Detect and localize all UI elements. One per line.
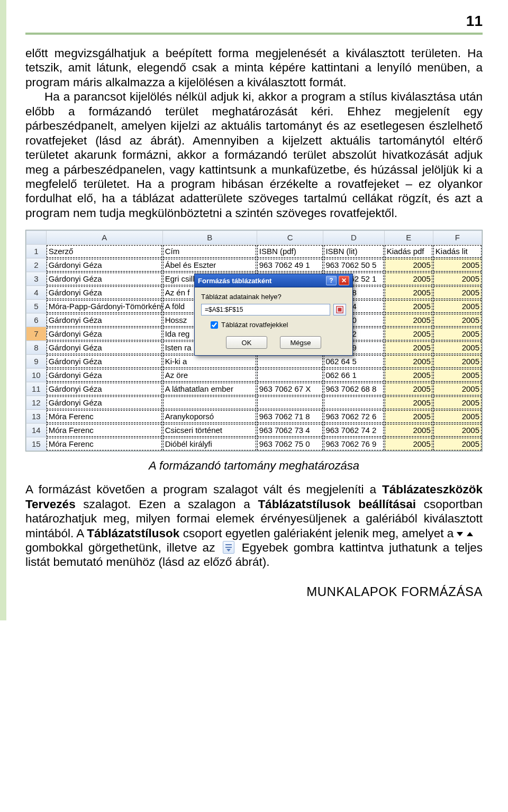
cell[interactable]: 2005 [384,368,433,382]
cell[interactable]: 2005 [433,382,482,396]
cell[interactable]: Gárdonyi Géza [46,355,162,368]
cell[interactable]: 062 66 1 [323,368,384,382]
cell[interactable]: 2005 [384,355,433,368]
cell[interactable]: 2005 [433,341,482,355]
cell[interactable]: Gárdonyi Géza [46,341,162,355]
cell[interactable]: 2005 [433,300,482,313]
cell[interactable] [257,355,323,368]
cell[interactable]: 2005 [433,313,482,327]
row-head[interactable]: 9 [26,355,47,368]
cell[interactable]: 2005 [384,327,433,341]
cell[interactable]: 2005 [384,396,433,410]
cell[interactable]: 2005 [433,368,482,382]
cell[interactable]: Szerző [46,245,162,258]
headers-checkbox-row[interactable]: Táblázat rovatfejekkel [211,321,346,329]
cell[interactable]: 2005 [433,410,482,423]
cell[interactable]: 963 7062 73 4 [257,423,323,437]
cell[interactable]: 963 7062 50 5 [323,258,384,272]
range-picker-icon[interactable] [333,304,346,315]
help-icon[interactable]: ? [326,276,337,285]
cell[interactable]: 2005 [433,437,482,451]
ok-button[interactable]: OK [226,336,267,349]
row-head[interactable]: 5 [26,300,47,313]
cell[interactable]: 2005 [433,327,482,341]
row-head[interactable]: 2 [26,258,47,272]
dialog-titlebar[interactable]: Formázás táblázatként ? ✕ [194,274,353,287]
cell[interactable]: 2005 [384,300,433,313]
cell[interactable]: Dióbél királyfi [162,437,257,451]
cell[interactable]: 2005 [433,272,482,286]
cell[interactable]: Móra Ferenc [46,423,162,437]
cell[interactable] [162,396,257,410]
row-head[interactable]: 6 [26,313,47,327]
cell[interactable]: 963 7062 68 8 [323,382,384,396]
cell[interactable]: 2005 [384,258,433,272]
cell[interactable]: 2005 [433,286,482,300]
cell[interactable]: A láthatatlan ember [162,382,257,396]
row-head[interactable]: 14 [26,423,47,437]
cell[interactable]: 2005 [433,423,482,437]
cell[interactable]: 2005 [384,286,433,300]
row-1[interactable]: 1 [26,245,47,258]
cell[interactable]: 963 7062 74 2 [323,423,384,437]
row-head[interactable]: 13 [26,410,47,423]
col-E[interactable]: E [384,231,433,245]
cell[interactable]: Ábel és Eszter [162,258,257,272]
col-A[interactable]: A [46,231,162,245]
cell[interactable]: Gárdonyi Géza [46,368,162,382]
cell[interactable]: 2005 [384,423,433,437]
col-C[interactable]: C [257,231,323,245]
cell[interactable]: 963 7062 72 6 [323,410,384,423]
cell[interactable]: 2005 [384,410,433,423]
cell[interactable] [257,368,323,382]
cell[interactable]: 2005 [433,258,482,272]
row-head[interactable]: 10 [26,368,47,382]
cell[interactable]: Kiadás lit [433,245,482,258]
row-head[interactable]: 15 [26,437,47,451]
cell[interactable]: ISBN (pdf) [257,245,323,258]
cell[interactable]: Csicseri történet [162,423,257,437]
cell[interactable] [257,396,323,410]
cell[interactable]: Móra Ferenc [46,410,162,423]
cell[interactable]: Gárdonyi Géza [46,382,162,396]
cell[interactable]: 963 7062 75 0 [257,437,323,451]
cell[interactable]: Gárdonyi Géza [46,286,162,300]
col-D[interactable]: D [323,231,384,245]
cell[interactable]: 2005 [384,272,433,286]
cell[interactable] [323,396,384,410]
cell[interactable]: 963 7062 49 1 [257,258,323,272]
cell[interactable]: Móra-Papp-Gárdonyi-Tömörkény [46,300,162,313]
cell[interactable]: 2005 [384,382,433,396]
cell[interactable]: Cím [162,245,257,258]
cancel-button[interactable]: Mégse [280,336,321,349]
cell[interactable]: Móra Ferenc [46,437,162,451]
cell[interactable]: 2005 [384,437,433,451]
cell[interactable]: Gárdonyi Géza [46,327,162,341]
cell[interactable]: 062 64 5 [323,355,384,368]
row-head-active[interactable]: 7 [26,327,47,341]
cell[interactable]: Kiadás pdf [384,245,433,258]
cell[interactable]: Ki-ki a [162,355,257,368]
cell[interactable]: Az öre [162,368,257,382]
row-head[interactable]: 11 [26,382,47,396]
cell[interactable]: Gárdonyi Géza [46,396,162,410]
cell[interactable]: ISBN (lit) [323,245,384,258]
row-head[interactable]: 3 [26,272,47,286]
close-icon[interactable]: ✕ [339,276,349,285]
select-all-corner[interactable] [26,231,47,245]
cell[interactable]: 2005 [433,396,482,410]
col-F[interactable]: F [433,231,482,245]
cell[interactable]: Gárdonyi Géza [46,313,162,327]
row-head[interactable]: 4 [26,286,47,300]
cell[interactable]: 963 7062 67 X [257,382,323,396]
headers-checkbox[interactable] [211,321,218,329]
cell[interactable]: Gárdonyi Géza [46,258,162,272]
row-head[interactable]: 8 [26,341,47,355]
cell[interactable]: 2005 [384,341,433,355]
cell[interactable]: 963 7062 76 9 [323,437,384,451]
col-B[interactable]: B [162,231,257,245]
cell[interactable]: Gárdonyi Géza [46,272,162,286]
range-input[interactable] [201,304,330,315]
cell[interactable]: 2005 [384,313,433,327]
cell[interactable]: 963 7062 71 8 [257,410,323,423]
